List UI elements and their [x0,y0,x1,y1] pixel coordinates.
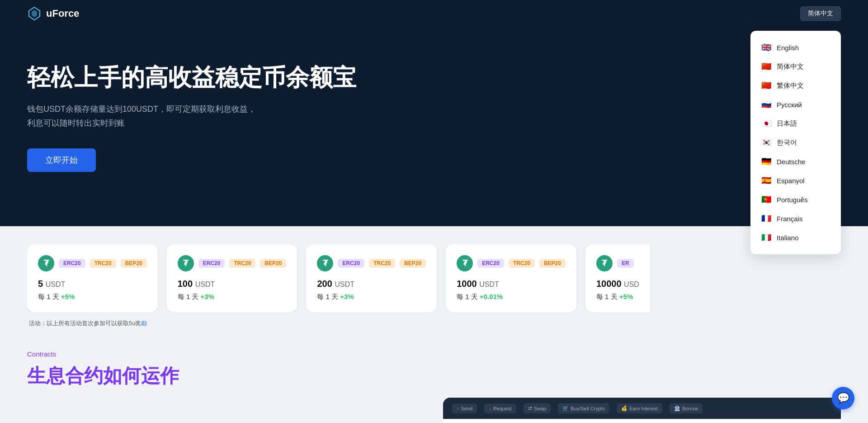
request-icon: ↓ [489,406,491,411]
badge-trc-2: TRC20 [229,259,255,268]
flag-de: 🇩🇪 [761,157,771,166]
mockup-body: Total Balance €0,00 ˅ ● Increase your li… [443,419,841,423]
lang-item-japanese[interactable]: 🇯🇵 日本語 [750,114,841,133]
activity-link[interactable]: 励 [141,320,147,327]
lang-label-traditional: 繁体中文 [777,81,804,90]
lang-item-simplified[interactable]: 🇨🇳 简体中文 [750,57,841,76]
flag-fr: 🇫🇷 [761,214,771,223]
logo: uForce [27,6,79,21]
earn-icon: 💰 [621,405,627,411]
flag-it: 🇮🇹 [761,233,771,242]
hero-title: 轻松上手的高收益稳定币余额宝 [27,63,841,91]
buy-icon: 🛒 [562,405,569,411]
card-3-rate-value: +3% [340,293,354,300]
mockup-btn-swap[interactable]: ⇄ Swap [524,403,551,413]
chat-icon: 💬 [837,392,849,404]
card-1-rate-value: +5% [61,293,75,300]
lang-item-english[interactable]: 🇬🇧 English [750,38,841,57]
card-5-amount: 10000 USD [596,279,639,289]
card-1-unit: USDT [46,280,66,288]
bottom-area: ↑ Send ↓ Request ⇄ Swap 🛒 Buy/Sell Crypt… [0,398,868,423]
contracts-label: Contracts [27,350,841,358]
contracts-section: Contracts 生息合约如何运作 [0,337,868,398]
flag-ru: 🇷🇺 [761,100,771,109]
flag-kr: 🇰🇷 [761,138,771,147]
card-2-unit: USDT [195,280,215,288]
hero-desc-line1: 钱包USDT余额存储量达到100USDT，即可定期获取利息收益， [27,105,256,114]
badge-trc-3: TRC20 [369,259,395,268]
mockup-btn-request[interactable]: ↓ Request [484,404,516,413]
lang-label-german: Deutsche [777,158,805,166]
badge-erc-3: ERC20 [338,259,364,268]
cards-row: ₮ ERC20 TRC20 BEP20 5 USDT 每 1 天 +5% ₮ E… [27,244,841,312]
card-4-rate: 每 1 天 +0.01% [457,293,566,301]
tether-icon-2: ₮ [178,255,194,271]
card-5-header: ₮ ER [596,255,639,271]
language-button[interactable]: 简体中文 [800,6,841,21]
lang-item-portuguese[interactable]: 🇵🇹 Português [750,190,841,209]
cards-section: ₮ ERC20 TRC20 BEP20 5 USDT 每 1 天 +5% ₮ E… [0,226,868,337]
lang-item-traditional[interactable]: 🇨🇳 繁体中文 [750,76,841,95]
card-4-header: ₮ ERC20 TRC20 BEP20 [457,255,566,271]
lang-item-russian[interactable]: 🇷🇺 Русский [750,95,841,114]
mockup-btn-borrow[interactable]: 🏦 Borrow [670,403,703,413]
card-4-amount: 1000 USDT [457,279,566,289]
hero-cta-button[interactable]: 立即开始 [27,148,96,172]
tether-icon-3: ₮ [317,255,333,271]
hero-section: 轻松上手的高收益稳定币余额宝 钱包USDT余额存储量达到100USDT，即可定期… [0,27,868,226]
lang-item-german[interactable]: 🇩🇪 Deutsche [750,152,841,171]
card-1-rate: 每 1 天 +5% [38,293,147,301]
swap-icon: ⇄ [528,405,532,411]
card-5-partial[interactable]: ₮ ER 10000 USD 每 1 天 +5% [585,244,650,312]
card-4[interactable]: ₮ ERC20 TRC20 BEP20 1000 USDT 每 1 天 +0.0… [446,244,576,312]
badge-bep-2: BEP20 [260,259,286,268]
badge-erc-4: ERC20 [477,259,504,268]
card-2-rate: 每 1 天 +3% [178,293,287,301]
tether-icon-5: ₮ [596,255,613,271]
card-1[interactable]: ₮ ERC20 TRC20 BEP20 5 USDT 每 1 天 +5% [27,244,158,312]
card-2-amount: 100 USDT [178,279,287,289]
card-5-rate-value: +5% [619,293,633,300]
badge-bep-3: BEP20 [400,259,426,268]
lang-item-korean[interactable]: 🇰🇷 한국어 [750,133,841,152]
lang-label-spanish: Espanyol [777,177,805,185]
language-dropdown: 🇬🇧 English 🇨🇳 简体中文 🇨🇳 繁体中文 🇷🇺 Русский 🇯🇵… [750,31,841,254]
card-5-unit: USD [624,280,639,288]
card-3-rate: 每 1 天 +3% [317,293,426,301]
flag-cn2: 🇨🇳 [761,81,771,90]
card-3[interactable]: ₮ ERC20 TRC20 BEP20 200 USDT 每 1 天 +3% [306,244,437,312]
logo-text: uForce [46,8,79,19]
activity-prefix: 活动：以上所有活动首次参加可以获取5u奖 [29,320,141,327]
badge-bep-1: BEP20 [121,259,147,268]
mockup-btn-send[interactable]: ↑ Send [452,404,477,413]
flag-jp: 🇯🇵 [761,119,771,128]
card-3-amount: 200 USDT [317,279,426,289]
badge-bep-4: BEP20 [539,259,566,268]
card-4-unit: USDT [479,280,499,288]
activity-text: 活动：以上所有活动首次参加可以获取5u奖励 [27,319,841,328]
card-3-header: ₮ ERC20 TRC20 BEP20 [317,255,426,271]
mockup-btn-earn[interactable]: 💰 Earn Interest [617,403,662,413]
card-5-rate: 每 1 天 +5% [596,293,639,301]
card-2[interactable]: ₮ ERC20 TRC20 BEP20 100 USDT 每 1 天 +3% [167,244,297,312]
tether-icon-4: ₮ [457,255,473,271]
logo-icon [27,6,42,21]
card-2-rate-value: +3% [201,293,214,300]
lang-label-french: Français [777,215,803,223]
lang-label-simplified: 简体中文 [777,62,804,71]
lang-label-korean: 한국어 [777,138,797,147]
lang-label-russian: Русский [777,101,802,109]
lang-item-french[interactable]: 🇫🇷 Français [750,209,841,228]
app-mockup: ↑ Send ↓ Request ⇄ Swap 🛒 Buy/Sell Crypt… [443,398,841,423]
flag-uk: 🇬🇧 [761,43,771,52]
lang-item-italian[interactable]: 🇮🇹 Italiano [750,228,841,247]
send-icon: ↑ [457,406,459,411]
mockup-btn-buy[interactable]: 🛒 Buy/Sell Crypto [558,403,609,413]
hero-description: 钱包USDT余额存储量达到100USDT，即可定期获取利息收益， 利息可以随时转… [27,102,298,130]
flag-pt: 🇵🇹 [761,195,771,204]
badge-trc-4: TRC20 [509,259,535,268]
card-1-header: ₮ ERC20 TRC20 BEP20 [38,255,147,271]
lang-item-spanish[interactable]: 🇪🇸 Espanyol [750,171,841,190]
lang-label-english: English [777,44,799,52]
chat-bubble-button[interactable]: 💬 [832,387,854,409]
